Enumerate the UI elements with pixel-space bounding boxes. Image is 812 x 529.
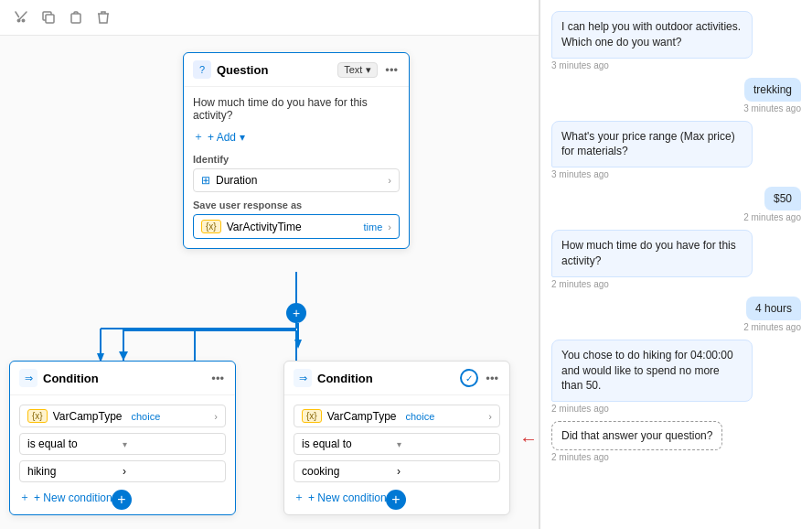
bot-message-2: What's your price range (Max price) for …	[551, 121, 801, 180]
question-icon: ?	[193, 60, 211, 79]
bot-bubble-3: How much time do you have for this activ…	[551, 230, 753, 277]
identify-label: Identify	[193, 154, 400, 165]
condition-left-equals-row[interactable]: is equal to ▾	[19, 433, 226, 455]
cond-left-var-badge: {x}	[27, 409, 48, 423]
toolbar	[0, 0, 539, 36]
save-chevron-icon: ›	[388, 221, 391, 232]
condition-right-var-row[interactable]: {x} VarCampType choice ›	[294, 405, 500, 427]
timestamp-5: 2 minutes ago	[551, 279, 609, 289]
question-menu-button[interactable]: •••	[383, 61, 400, 79]
delete-icon[interactable]	[95, 9, 112, 26]
bottom-plus-right[interactable]: +	[386, 490, 406, 510]
add-button[interactable]: ＋ + Add ▾	[193, 129, 400, 145]
save-label: Save user response as	[193, 200, 400, 211]
cond-right-equals: is equal to	[302, 437, 397, 450]
bot-message-1: I can help you with outdoor activities. …	[551, 11, 801, 70]
bot-bubble-4: You chose to do hiking for 04:00:00 and …	[551, 340, 753, 402]
cond-right-dropdown-icon: ▾	[397, 439, 492, 449]
check-icon: ✓	[460, 369, 478, 387]
timestamp-3: 3 minutes ago	[551, 169, 609, 179]
condition-right-icon: ⇒	[294, 369, 312, 387]
timestamp-6: 2 minutes ago	[743, 322, 801, 332]
canvas-panel: ? Question Text ▾ ••• How much time do y…	[0, 0, 540, 529]
timestamp-7: 2 minutes ago	[551, 404, 609, 414]
condition-right-menu-button[interactable]: •••	[484, 370, 500, 387]
condition-left-icon: ⇒	[19, 369, 37, 387]
identify-field[interactable]: ⊞ Duration ›	[193, 168, 400, 192]
dashed-bubble: Did that answer your question?	[551, 421, 722, 450]
user-message-3: 4 hours 2 minutes ago	[551, 297, 801, 332]
cond-right-var-badge: {x}	[302, 409, 322, 423]
copy-icon[interactable]	[40, 9, 57, 26]
condition-left-menu-button[interactable]: •••	[209, 370, 226, 387]
question-badge[interactable]: Text ▾	[337, 62, 378, 78]
cond-right-value-chevron-icon: ›	[397, 465, 492, 478]
canvas-area: ? Question Text ▾ ••• How much time do y…	[0, 36, 539, 526]
user-bubble-1: trekking	[744, 78, 801, 102]
timestamp-1: 3 minutes ago	[551, 60, 609, 70]
grid-icon: ⊞	[201, 174, 210, 187]
bot-message-3: How much time do you have for this activ…	[551, 230, 801, 289]
plus-icon-right: ＋	[294, 490, 304, 505]
condition-right-equals-row[interactable]: is equal to ▾	[294, 433, 500, 455]
branch-lines	[91, 312, 302, 367]
cut-icon[interactable]	[13, 9, 29, 26]
cond-left-value-chevron-icon: ›	[123, 465, 218, 478]
chat-panel: I can help you with outdoor activities. …	[540, 0, 812, 529]
var-type: time	[364, 221, 383, 232]
timestamp-8: 2 minutes ago	[551, 452, 609, 462]
timestamp-4: 2 minutes ago	[743, 212, 801, 222]
cond-right-var-chevron-icon: ›	[488, 411, 492, 422]
cond-left-equals: is equal to	[27, 437, 123, 450]
question-text: How much time do you have for this activ…	[193, 96, 400, 122]
red-arrow-indicator: ←	[519, 428, 538, 449]
user-message-1: trekking 3 minutes ago	[551, 78, 801, 113]
cond-right-value: cooking	[302, 465, 397, 478]
bot-bubble-1: I can help you with outdoor activities. …	[551, 11, 753, 59]
bot-message-4: You chose to do hiking for 04:00:00 and …	[551, 340, 801, 414]
condition-left-var-row[interactable]: {x} VarCampType choice ›	[19, 405, 226, 427]
user-message-2: $50 2 minutes ago	[551, 187, 801, 222]
cond-right-var-type: choice	[406, 411, 435, 422]
cond-left-var-chevron-icon: ›	[214, 411, 218, 422]
condition-right-value-row[interactable]: cooking ›	[294, 460, 500, 482]
bottom-plus-left[interactable]: +	[112, 490, 132, 510]
cond-left-dropdown-icon: ▾	[123, 439, 218, 449]
user-bubble-2: $50	[764, 187, 801, 211]
svg-rect-0	[46, 15, 54, 23]
condition-left-value-row[interactable]: hiking ›	[19, 460, 226, 482]
cond-left-value: hiking	[27, 465, 123, 478]
question-node: ? Question Text ▾ ••• How much time do y…	[183, 52, 410, 249]
condition-left-title: Condition	[43, 372, 204, 385]
bot-message-dashed: Did that answer your question? 2 minutes…	[551, 421, 801, 462]
save-field[interactable]: {x} VarActivityTime time ›	[193, 214, 400, 239]
identify-chevron-icon: ›	[388, 175, 391, 186]
condition-right-title: Condition	[317, 372, 454, 385]
condition-right-header: ⇒ Condition ✓ •••	[284, 362, 509, 395]
chat-messages: I can help you with outdoor activities. …	[540, 0, 812, 529]
cond-right-var-name: VarCampType	[327, 410, 397, 423]
question-title: Question	[217, 63, 332, 77]
svg-rect-1	[71, 14, 80, 23]
paste-icon[interactable]	[68, 9, 84, 26]
var-name: VarActivityTime	[227, 221, 358, 233]
cond-left-var-type: choice	[132, 411, 161, 422]
question-node-body: How much time do you have for this activ…	[184, 87, 409, 248]
user-bubble-3: 4 hours	[746, 297, 801, 320]
bot-bubble-2: What's your price range (Max price) for …	[551, 121, 753, 168]
cond-left-var-name: VarCampType	[53, 410, 123, 423]
timestamp-2: 3 minutes ago	[743, 103, 801, 113]
question-node-header: ? Question Text ▾ •••	[184, 53, 409, 87]
var-badge: {x}	[201, 220, 221, 233]
condition-left-header: ⇒ Condition •••	[10, 362, 235, 395]
plus-icon: ＋	[19, 490, 30, 505]
